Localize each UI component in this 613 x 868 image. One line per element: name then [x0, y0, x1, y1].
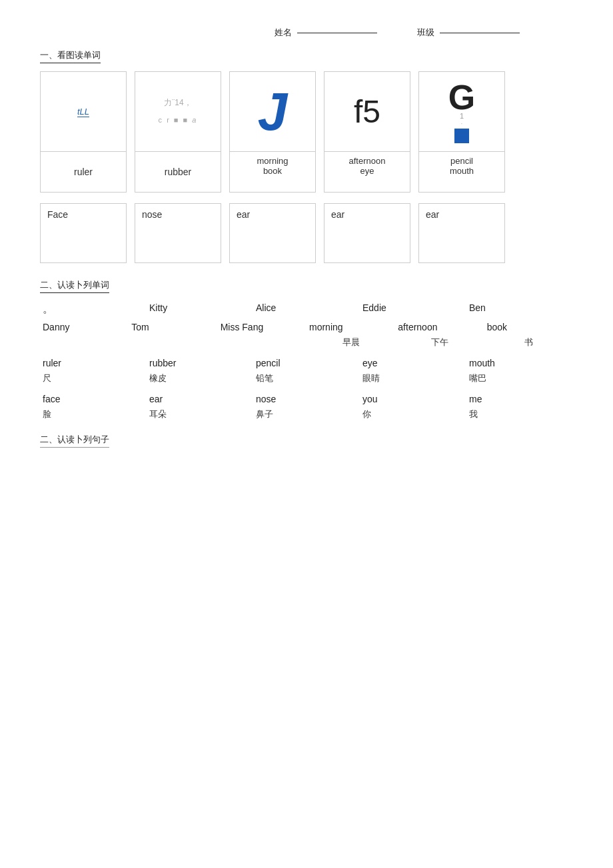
names-dot-cell: 。	[40, 301, 147, 318]
card-ruler-label: ruler	[41, 152, 126, 192]
name-field: 姓名	[275, 27, 377, 39]
name-kitty: Kitty	[147, 301, 253, 318]
card-morning-label: morning	[257, 156, 289, 166]
class-underline	[440, 33, 520, 33]
name-tom: Tom	[129, 320, 217, 334]
word-eye: eye	[360, 356, 466, 370]
card-afternoon-eye: f5 afternoon eye	[324, 71, 410, 193]
word-pencil: pencil	[253, 356, 360, 370]
letter-j: J	[258, 81, 288, 143]
header: 姓名 班级	[40, 27, 573, 39]
section3-title: 二、认读卜列句子	[40, 434, 109, 448]
cn-erduo: 耳朵	[147, 407, 253, 422]
f5-text: f5	[354, 93, 380, 130]
name-ben: Ben	[466, 301, 573, 318]
class-label: 班级	[417, 27, 434, 39]
card-nose: nose	[135, 203, 221, 263]
cn-bizi: 鼻子	[253, 407, 360, 422]
name-label: 姓名	[275, 27, 292, 39]
cn-row2: 尺 橡皮 铅笔 眼睛 嘴巴	[40, 371, 573, 386]
cn-wo: 我	[466, 407, 573, 422]
card-pencil-mouth: G 1 · pencil mouth	[418, 71, 505, 193]
cn-row3: 脸 耳朵 鼻子 你 我	[40, 407, 573, 422]
name-underline	[297, 33, 377, 33]
section2-title: 二、认读卜列单词	[40, 279, 109, 293]
cn-lian: 脸	[40, 407, 147, 422]
card-pencil-mouth-labels: pencil mouth	[419, 152, 504, 180]
card-rubber: 力¨14， c r ■ ■ a rubber	[135, 71, 221, 193]
card-face: Face	[40, 203, 127, 263]
card-g-image: G 1 ·	[419, 72, 504, 152]
card-ruler: tLL ruler	[40, 71, 127, 193]
word-rubber: rubber	[147, 356, 253, 370]
names-row2: Danny Tom Miss Fang morning afternoon bo…	[40, 320, 573, 334]
name-danny: Danny	[40, 320, 129, 334]
card-morning-book-labels: morning book	[230, 152, 315, 180]
cn-empty-3	[218, 335, 306, 350]
cn-empty-2	[129, 335, 217, 350]
card-book-label: book	[263, 166, 282, 176]
words-row1: ruler rubber pencil eye mouth	[40, 356, 573, 370]
name-miss-fang: Miss Fang	[218, 320, 306, 334]
card-grid-row2: Face nose ear ear ear	[40, 203, 573, 263]
words-row2: face ear nose you me	[40, 392, 573, 406]
word-mouth: mouth	[466, 356, 573, 370]
cn-row1: 早晨 下午 书	[40, 335, 573, 350]
cn-ni: 你	[360, 407, 466, 422]
card-afternoon-eye-labels: afternoon eye	[324, 152, 410, 180]
ruler-image-text: tLL	[77, 107, 89, 117]
word-ruler: ruler	[40, 356, 147, 370]
name-alice: Alice	[253, 301, 360, 318]
cn-zuiba: 嘴巴	[466, 371, 573, 386]
card-f5-image: f5	[324, 72, 410, 152]
cn-chi: 尺	[40, 371, 147, 386]
word-book: book	[484, 320, 573, 334]
section2: 二、认读卜列单词 。 Kitty Alice Eddie Ben Danny T…	[40, 279, 573, 448]
word-nose: nose	[253, 392, 360, 406]
cn-empty-1	[40, 335, 129, 350]
name-eddie: Eddie	[360, 301, 466, 318]
card-pencil-label: pencil	[450, 156, 473, 166]
g-square	[454, 129, 469, 143]
rubber-bottom-text: c r ■ ■ a	[159, 115, 198, 127]
g-sub: 1	[460, 112, 464, 120]
cn-zaocheng: 早晨	[306, 335, 395, 350]
card-j-image: J	[230, 72, 315, 152]
section1-title: 一、看图读单词	[40, 49, 101, 63]
word-morning: morning	[306, 320, 395, 334]
word-face: face	[40, 392, 147, 406]
card-rubber-image: 力¨14， c r ■ ■ a	[135, 72, 221, 152]
card-ruler-image: tLL	[41, 72, 126, 152]
class-field: 班级	[417, 27, 520, 39]
card-mouth-label: mouth	[450, 166, 474, 176]
rubber-top-text: 力¨14，	[164, 97, 191, 109]
g-container: G 1 ·	[419, 72, 504, 151]
names-row1: 。 Kitty Alice Eddie Ben	[40, 301, 573, 318]
word-afternoon: afternoon	[395, 320, 484, 334]
card-morning-book: J morning book	[229, 71, 316, 193]
card-ear-1: ear	[229, 203, 316, 263]
g-dot: ·	[461, 120, 463, 127]
card-eye-label: eye	[360, 166, 374, 176]
card-grid-row1: tLL ruler 力¨14， c r ■ ■ a rubber J morni…	[40, 71, 573, 193]
word-you: you	[360, 392, 466, 406]
card-ear-3: ear	[418, 203, 505, 263]
cn-xiangpi: 橡皮	[147, 371, 253, 386]
cn-shu: 书	[484, 335, 573, 350]
card-afternoon-label: afternoon	[349, 156, 386, 166]
g-letter: G	[448, 80, 475, 115]
card-ear-2: ear	[324, 203, 410, 263]
word-me: me	[466, 392, 573, 406]
cn-yanjing: 眼睛	[360, 371, 466, 386]
cn-qianbi: 铅笔	[253, 371, 360, 386]
word-ear: ear	[147, 392, 253, 406]
card-rubber-label: rubber	[135, 152, 221, 192]
cn-xiawu: 下午	[395, 335, 484, 350]
